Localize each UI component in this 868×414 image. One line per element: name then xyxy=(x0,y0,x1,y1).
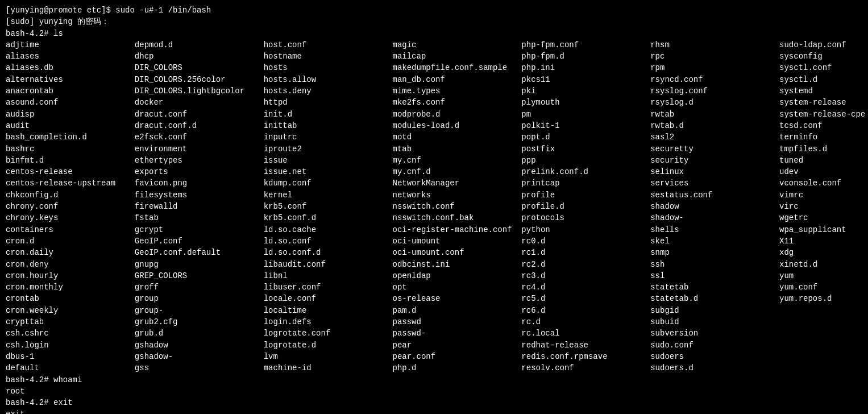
terminal-line: adjtime depmod.d host.conf magic php-fpm… xyxy=(6,39,862,51)
terminal-line: anacrontab DIR_COLORS.lightbgcolor hosts… xyxy=(6,85,862,97)
terminal-line: bash-4.2# ls xyxy=(6,28,862,39)
terminal-line: crypttab grub2.cfg login.defs passwd rc.… xyxy=(6,316,862,328)
terminal-line: root xyxy=(6,386,862,397)
terminal-line: aliases.db DIR_COLORS hosts makedumpfile… xyxy=(6,62,862,73)
terminal-line: binfmt.d ethertypes issue my.cnf ppp sec… xyxy=(6,155,862,166)
terminal-line: [yunying@promote etc]$ sudo -u#-1 /bin/b… xyxy=(6,5,862,16)
terminal-line: cron.d GeoIP.conf ld.so.conf oci-umount … xyxy=(6,235,862,247)
terminal-line: crontab group locale.conf os-release rc5… xyxy=(6,293,862,304)
terminal-line: csh.login gshadow logrotate.d pear redha… xyxy=(6,340,862,351)
terminal-output: [yunying@promote etc]$ sudo -u#-1 /bin/b… xyxy=(6,5,862,414)
terminal-line: cron.deny gnupg libaudit.conf odbcinst.i… xyxy=(6,259,862,270)
terminal-line: bash-4.2# exit xyxy=(6,397,862,408)
terminal-line: audisp dracut.conf init.d modprobe.d pm … xyxy=(6,109,862,120)
terminal-line: cron.hourly GREP_COLORS libnl openldap r… xyxy=(6,270,862,281)
terminal-line: cron.daily GeoIP.conf.default ld.so.conf… xyxy=(6,247,862,258)
terminal-line: containers gcrypt ld.so.cache oci-regist… xyxy=(6,224,862,235)
terminal-line: asound.conf docker httpd mke2fs.conf ply… xyxy=(6,97,862,108)
terminal-line: csh.cshrc grub.d logrotate.conf passwd- … xyxy=(6,328,862,339)
terminal-line: default gss machine-id php.d resolv.conf… xyxy=(6,362,862,374)
terminal-line: chkconfig.d filesystems kernel networks … xyxy=(6,189,862,201)
terminal-line: centos-release exports issue.net my.cnf.… xyxy=(6,166,862,177)
terminal-line: audit dracut.conf.d inittab modules-load… xyxy=(6,120,862,131)
terminal-line: aliases dhcp hostname mailcap php-fpm.d … xyxy=(6,51,862,62)
terminal-line: bash-4.2# whoami xyxy=(6,374,862,386)
terminal-line: chrony.keys fstab krb5.conf.d nsswitch.c… xyxy=(6,212,862,223)
terminal-line: centos-release-upstream favicon.png kdum… xyxy=(6,177,862,189)
terminal-line: cron.weekly group- localtime pam.d rc6.d… xyxy=(6,305,862,316)
terminal-line: exit xyxy=(6,408,862,414)
terminal-line: chrony.conf firewalld krb5.conf nsswitch… xyxy=(6,201,862,212)
terminal-line: dbus-1 gshadow- lvm pear.conf redis.conf… xyxy=(6,351,862,362)
terminal-line: alternatives DIR_COLORS.256color hosts.a… xyxy=(6,74,862,85)
terminal-line: [sudo] yunying 的密码： xyxy=(6,16,862,27)
terminal-line: bash_completion.d e2fsck.conf inputrc mo… xyxy=(6,131,862,143)
terminal-line: cron.monthly groff libuser.conf opt rc4.… xyxy=(6,281,862,293)
terminal-line: bashrc environment iproute2 mtab postfix… xyxy=(6,143,862,155)
